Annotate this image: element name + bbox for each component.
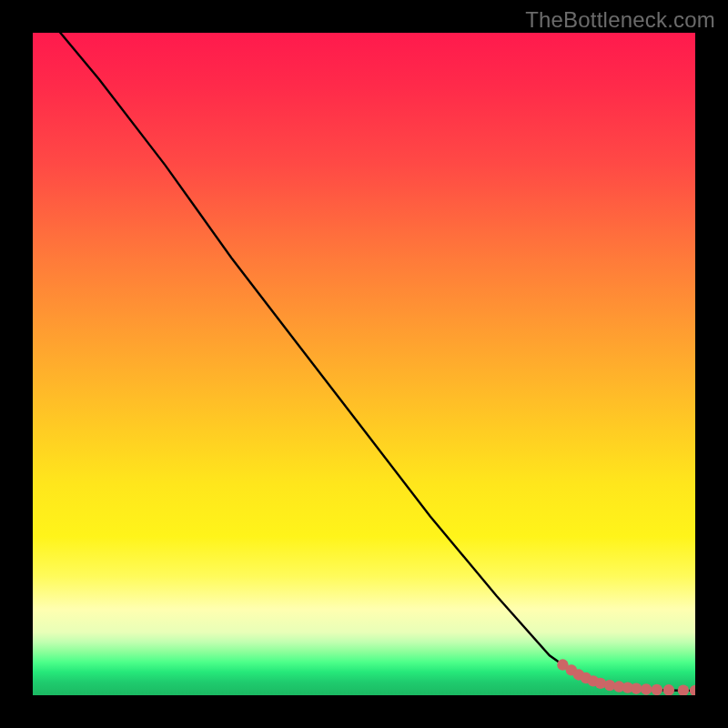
marker-dot <box>663 684 674 695</box>
overlay-svg <box>33 33 695 695</box>
marker-dot <box>631 683 642 694</box>
plot-area <box>33 33 695 695</box>
marker-dot <box>678 684 689 695</box>
chart-stage: TheBottleneck.com <box>0 0 728 728</box>
attribution-label: TheBottleneck.com <box>525 7 715 33</box>
marker-dot <box>595 678 606 689</box>
marker-dot <box>641 683 652 694</box>
marker-dot <box>652 684 662 695</box>
bottleneck-curve <box>33 33 695 691</box>
marker-dot <box>690 685 695 695</box>
